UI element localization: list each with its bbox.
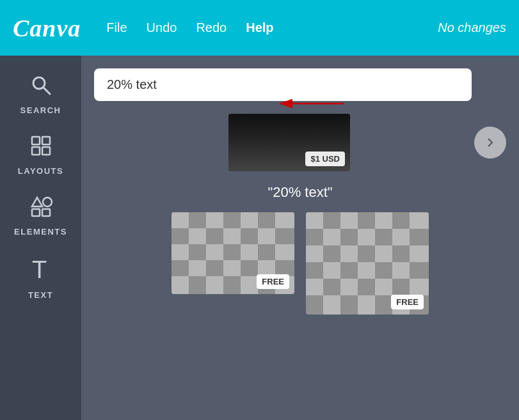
svg-rect-23 bbox=[206, 228, 223, 244]
svg-rect-32 bbox=[241, 244, 258, 260]
nav-file[interactable]: File bbox=[106, 20, 127, 35]
free-badge-2: FREE bbox=[391, 295, 424, 309]
svg-rect-54 bbox=[375, 212, 392, 229]
svg-rect-43 bbox=[189, 276, 206, 294]
svg-rect-28 bbox=[172, 244, 189, 260]
svg-rect-4 bbox=[32, 147, 40, 155]
sidebar: SEARCH LAYOUTS bbox=[0, 56, 81, 420]
svg-rect-78 bbox=[306, 279, 323, 295]
sidebar-item-text[interactable]: T TEXT bbox=[0, 244, 81, 307]
svg-rect-84 bbox=[410, 279, 429, 295]
svg-rect-30 bbox=[206, 244, 223, 260]
svg-rect-27 bbox=[275, 228, 294, 244]
svg-rect-52 bbox=[340, 212, 358, 229]
svg-rect-17 bbox=[223, 212, 241, 228]
svg-rect-46 bbox=[241, 276, 258, 294]
svg-rect-21 bbox=[172, 228, 189, 244]
svg-rect-73 bbox=[340, 262, 358, 279]
top-result-image[interactable]: $1 USD bbox=[228, 114, 350, 171]
svg-rect-72 bbox=[323, 262, 340, 279]
svg-rect-75 bbox=[375, 262, 392, 279]
svg-line-1 bbox=[44, 88, 50, 94]
svg-rect-33 bbox=[258, 244, 275, 260]
svg-rect-70 bbox=[410, 245, 429, 262]
elements-icon bbox=[28, 195, 54, 223]
svg-rect-8 bbox=[32, 209, 40, 216]
svg-rect-62 bbox=[392, 229, 410, 245]
svg-rect-55 bbox=[392, 212, 410, 229]
result-card-2[interactable]: FREE bbox=[306, 212, 429, 315]
canva-logo[interactable]: Canva bbox=[13, 14, 81, 42]
svg-rect-80 bbox=[340, 279, 358, 295]
svg-rect-45 bbox=[223, 276, 241, 294]
svg-rect-29 bbox=[189, 244, 206, 260]
svg-marker-6 bbox=[32, 198, 42, 206]
svg-rect-56 bbox=[410, 212, 429, 229]
text-icon: T bbox=[29, 256, 52, 286]
scroll-right-button[interactable] bbox=[474, 127, 506, 159]
nav-help[interactable]: Help bbox=[246, 20, 273, 35]
svg-rect-57 bbox=[306, 229, 323, 245]
svg-rect-38 bbox=[223, 260, 241, 276]
content-area: 20% text $1 USD bbox=[81, 56, 519, 420]
svg-rect-61 bbox=[375, 229, 392, 245]
svg-rect-76 bbox=[392, 262, 410, 279]
no-changes-label: No changes bbox=[438, 20, 506, 35]
search-query: 20% text bbox=[107, 77, 157, 92]
svg-rect-44 bbox=[206, 276, 223, 294]
main-layout: SEARCH LAYOUTS bbox=[0, 56, 519, 420]
svg-rect-36 bbox=[189, 260, 206, 276]
svg-rect-81 bbox=[358, 279, 375, 295]
sidebar-search-label: SEARCH bbox=[20, 105, 61, 115]
svg-rect-18 bbox=[241, 212, 258, 228]
svg-rect-59 bbox=[340, 229, 358, 245]
svg-rect-68 bbox=[375, 245, 392, 262]
svg-rect-71 bbox=[306, 262, 323, 279]
svg-rect-67 bbox=[358, 245, 375, 262]
sidebar-item-search[interactable]: SEARCH bbox=[0, 62, 81, 123]
svg-rect-2 bbox=[32, 137, 40, 144]
sidebar-item-elements[interactable]: ELEMENTS bbox=[0, 183, 81, 244]
svg-rect-22 bbox=[189, 228, 206, 244]
svg-rect-58 bbox=[323, 229, 340, 245]
svg-rect-87 bbox=[340, 295, 358, 315]
results-grid: checkerboard bbox=[94, 212, 506, 315]
svg-rect-37 bbox=[206, 260, 223, 276]
svg-rect-15 bbox=[189, 212, 206, 228]
svg-rect-20 bbox=[275, 212, 294, 228]
svg-rect-65 bbox=[323, 245, 340, 262]
svg-rect-5 bbox=[42, 147, 50, 155]
search-icon bbox=[29, 74, 52, 102]
nav-redo[interactable]: Redo bbox=[196, 20, 227, 35]
svg-rect-83 bbox=[392, 279, 410, 295]
sidebar-item-layouts[interactable]: LAYOUTS bbox=[0, 123, 81, 183]
svg-rect-60 bbox=[358, 229, 375, 245]
svg-rect-69 bbox=[392, 245, 410, 262]
svg-rect-9 bbox=[42, 209, 50, 216]
sidebar-elements-label: ELEMENTS bbox=[14, 227, 67, 237]
svg-rect-77 bbox=[410, 262, 429, 279]
svg-rect-42 bbox=[172, 276, 189, 294]
nav-undo[interactable]: Undo bbox=[147, 20, 177, 35]
svg-rect-39 bbox=[241, 260, 258, 276]
svg-rect-64 bbox=[306, 245, 323, 262]
svg-rect-79 bbox=[323, 279, 340, 295]
sidebar-layouts-label: LAYOUTS bbox=[18, 166, 63, 176]
svg-rect-24 bbox=[223, 228, 241, 244]
price-badge: $1 USD bbox=[305, 152, 345, 166]
layouts-icon bbox=[29, 134, 52, 162]
svg-rect-63 bbox=[410, 229, 429, 245]
free-badge-1: FREE bbox=[257, 274, 289, 289]
svg-text:T: T bbox=[32, 256, 47, 281]
svg-rect-53 bbox=[358, 212, 375, 229]
svg-rect-50 bbox=[306, 212, 323, 229]
svg-rect-14 bbox=[172, 212, 189, 228]
svg-rect-51 bbox=[323, 212, 340, 229]
result-card-1[interactable]: checkerboard bbox=[172, 212, 294, 294]
svg-rect-35 bbox=[172, 260, 189, 276]
svg-rect-26 bbox=[258, 228, 275, 244]
svg-rect-66 bbox=[340, 245, 358, 262]
svg-rect-25 bbox=[241, 228, 258, 244]
svg-rect-89 bbox=[375, 295, 392, 315]
svg-rect-3 bbox=[42, 137, 50, 144]
